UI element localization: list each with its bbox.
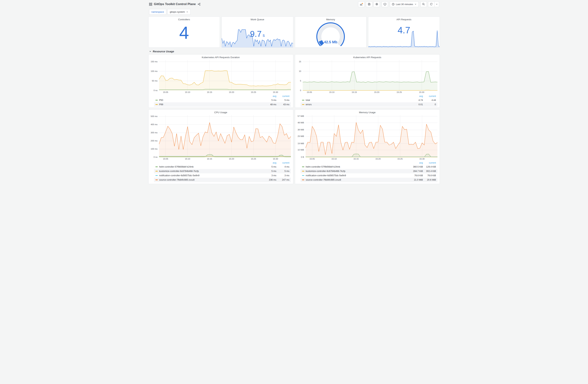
panel-title[interactable]: Kubernetes API Requests Duration xyxy=(148,55,293,59)
legend-current-value: 5 ms xyxy=(276,170,290,172)
x-axis: 15:0515:1015:1515:2015:2515:30 xyxy=(159,157,291,160)
refresh-interval-dropdown[interactable] xyxy=(434,1,439,7)
y-axis-label: 500 ms xyxy=(151,115,158,117)
add-panel-button[interactable] xyxy=(358,1,365,7)
legend-series-color-icon xyxy=(155,104,158,105)
panel-title[interactable]: API Requests xyxy=(368,17,440,21)
chevron-down-icon xyxy=(186,11,188,13)
x-axis-label: 15:25 xyxy=(397,91,402,93)
time-series-plot[interactable] xyxy=(159,115,291,157)
requests-plot-area[interactable] xyxy=(303,60,438,91)
panel-work-queue: Work Queue 9.7s xyxy=(222,17,293,48)
apps-grid-icon[interactable] xyxy=(149,3,152,6)
dashboard-variables: namespace gitops-system xyxy=(149,9,439,15)
save-dashboard-button[interactable] xyxy=(366,1,372,7)
x-axis-label: 15:10 xyxy=(332,158,337,160)
legend-header: avgcurrent xyxy=(300,161,438,165)
legend-current-header[interactable]: current xyxy=(276,162,290,164)
legend-avg-value: 5 ms xyxy=(261,166,276,168)
legend-series-name[interactable]: notification-controller-6d56575dc-5w9n9 xyxy=(155,174,261,177)
variable-value-dropdown[interactable]: gitops-system xyxy=(167,9,190,15)
legend: avgcurrenthelm-controller-57f9b56bbf-k24… xyxy=(300,161,438,182)
legend-current-value: 129.4 KiB xyxy=(423,166,436,168)
y-axis-label: 57 MiB xyxy=(298,115,304,117)
time-series-plot[interactable] xyxy=(303,60,438,91)
legend-current-header[interactable]: current xyxy=(423,95,436,97)
legend-series-name[interactable]: errors xyxy=(302,103,407,106)
panel-title[interactable]: Memory Usage xyxy=(295,109,440,114)
panel-k8s-api-requests-duration: Kubernetes API Requests Duration 0 ns50 … xyxy=(148,54,293,108)
dashboard-settings-button[interactable] xyxy=(374,1,380,7)
y-axis: 051015 xyxy=(296,60,303,91)
y-axis-label: 10 MiB xyxy=(298,149,304,151)
panel-title[interactable]: CPU Usage xyxy=(148,109,293,114)
legend: avgcurrenthelm-controller-57f9b56bbf-k24… xyxy=(154,161,291,182)
dashboard-page: GitOps Toolkit Control Plane xyxy=(147,0,441,188)
y-axis-label: 5 xyxy=(300,80,301,82)
x-axis-label: 15:20 xyxy=(376,158,381,160)
share-icon[interactable] xyxy=(198,3,201,6)
panel-api-requests-stat: API Requests 4.7 xyxy=(368,17,440,48)
dashboard-title: GitOps Toolkit Control Plane xyxy=(154,2,196,6)
legend-series-name[interactable]: kustomize-controller-6c6784b468-7kzfp xyxy=(302,170,407,172)
legend-current-value: 4.44 xyxy=(423,99,436,101)
legend-current-header[interactable]: current xyxy=(276,95,290,97)
x-axis-label: 15:25 xyxy=(251,91,256,93)
legend-series-name[interactable]: helm-controller-57f9b56bbf-k24mk xyxy=(302,166,407,168)
x-axis-label: 15:15 xyxy=(353,158,359,160)
x-axis-label: 15:30 xyxy=(419,158,425,160)
legend-series-name[interactable]: helm-controller-57f9b56bbf-k24mk xyxy=(155,166,261,168)
legend-current-value: 43 ms xyxy=(276,103,290,106)
panel-title[interactable]: Kubernetes API Requests xyxy=(295,55,440,59)
duration-plot-area[interactable] xyxy=(159,60,291,91)
time-series-plot[interactable] xyxy=(159,60,291,91)
y-axis-label: 0 ns xyxy=(154,156,158,158)
legend-series-name[interactable]: kustomize-controller-6c6784b468-7kzfp xyxy=(155,170,261,172)
legend-series-name[interactable]: notification-controller-6d56575dc-5w9n9 xyxy=(302,174,407,177)
legend-series-name[interactable]: total xyxy=(302,99,407,101)
legend-avg-header[interactable]: avg xyxy=(261,162,276,164)
charts-row-2: CPU Usage 0 ns100 ms200 ms300 ms400 ms50… xyxy=(148,109,440,184)
y-axis-label: 38 MiB xyxy=(298,128,304,131)
chevron-down-icon xyxy=(149,50,151,53)
legend-avg-header[interactable]: avg xyxy=(261,95,276,97)
legend-current-value: 302.4 KiB xyxy=(423,170,436,172)
x-axis-label: 15:05 xyxy=(307,91,312,93)
y-axis-label: 400 ms xyxy=(151,123,158,126)
panel-title[interactable]: Work Queue xyxy=(222,17,293,21)
cycle-view-mode-button[interactable] xyxy=(382,1,388,7)
section-resource-usage[interactable]: Resource Usage xyxy=(149,50,439,53)
legend-current-header[interactable]: current xyxy=(423,162,436,164)
legend-row: source-controller-7fb84fc985-zvsz8236 ms… xyxy=(154,178,291,182)
legend-avg-header[interactable]: avg xyxy=(407,162,423,164)
y-axis-label: 300 ms xyxy=(151,131,158,134)
x-axis: 15:0515:1015:1515:2015:2515:30 xyxy=(306,157,438,160)
zoom-out-time-button[interactable] xyxy=(420,1,427,7)
chevron-down-icon xyxy=(436,3,438,5)
time-series-plot[interactable] xyxy=(306,115,438,157)
y-axis-label: 0 B xyxy=(301,156,304,158)
stat-panels-row: Controllers 4 Work Queue 9.7s Memory 42.… xyxy=(148,17,440,48)
legend-avg-value: 76.6 KiB xyxy=(407,174,423,177)
legend-series-name[interactable]: source-controller-7fb84fc985-zvsz8 xyxy=(155,179,261,181)
time-range-picker[interactable]: Last 30 minutes xyxy=(390,1,419,7)
x-axis-label: 15:30 xyxy=(419,91,424,93)
legend-avg-value: 5 ms xyxy=(261,170,276,172)
legend-avg-header[interactable]: avg xyxy=(407,95,423,97)
panel-title[interactable]: Controllers xyxy=(148,17,220,21)
x-axis: 15:0515:1015:1515:2015:2515:30 xyxy=(303,91,438,94)
x-axis-label: 15:15 xyxy=(352,91,357,93)
refresh-dashboard-button[interactable] xyxy=(428,1,434,7)
legend-series-name[interactable]: source-controller-7fb84fc985-zvsz8 xyxy=(302,179,407,181)
memory-plot-area[interactable] xyxy=(306,115,438,157)
legend-series-name[interactable]: P50 xyxy=(155,99,261,101)
cpu-plot-area[interactable] xyxy=(159,115,291,157)
legend-header: avgcurrent xyxy=(300,94,438,98)
panel-k8s-api-requests: Kubernetes API Requests 051015 15:0515:1… xyxy=(295,54,440,108)
legend-series-name[interactable]: P99 xyxy=(155,103,261,106)
y-axis-label: 10 xyxy=(299,70,301,72)
legend-header: avgcurrent xyxy=(154,94,291,98)
y-axis-label: 15 xyxy=(299,61,301,63)
refresh-icon xyxy=(430,3,433,6)
x-axis-label: 15:10 xyxy=(185,158,190,160)
